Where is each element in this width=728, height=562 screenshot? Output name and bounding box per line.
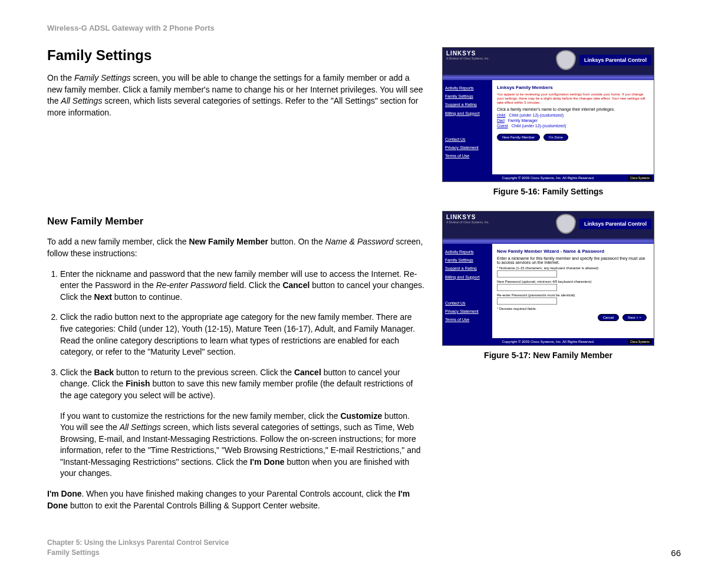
figure-5-16-caption: Figure 5-16: Family Settings — [442, 187, 654, 196]
intro-paragraph: On the Family Settings screen, you will … — [47, 72, 424, 118]
badge-text: Linksys Parental Control — [579, 55, 651, 65]
member-row: DadFamily Manager — [497, 118, 649, 123]
side-link-contact[interactable]: Contact Us — [445, 136, 490, 143]
nickname-input[interactable] — [497, 270, 557, 277]
reenter-label: Re-enter Password (passwords must be ide… — [497, 293, 649, 297]
panel-title: New Family Member Wizard - Name & Passwo… — [497, 249, 649, 254]
footer-bar: Copyright © 2003 Cisco Systems, Inc. All… — [443, 174, 654, 181]
side-link-contact[interactable]: Contact Us — [445, 300, 490, 306]
instruction-text: Enter a nickname for this family member … — [497, 256, 649, 265]
member-row: childChild (under 12)-(customized) — [497, 113, 649, 117]
step-1: Enter the nickname and password that the… — [60, 269, 424, 303]
text-column: Family Settings On the Family Settings s… — [47, 47, 424, 520]
shield-icon — [556, 214, 576, 234]
cisco-logo: Cisco Systems — [628, 339, 651, 344]
cancel-button[interactable]: Cancel — [598, 314, 620, 321]
instruction-text: Click a family member's name to change t… — [497, 107, 649, 111]
member-link[interactable]: child — [497, 113, 505, 117]
reenter-input[interactable] — [497, 297, 557, 305]
sidebar: Activity Reports Family Settings Suggest… — [443, 80, 492, 174]
panel-main: New Family Member Wizard - Name & Passwo… — [492, 244, 654, 338]
side-link-activity[interactable]: Activity Reports — [445, 249, 490, 255]
password-input[interactable] — [497, 284, 557, 291]
sub-heading: New Family Member — [47, 216, 424, 227]
sub-intro: To add a new family member, click the Ne… — [47, 236, 424, 259]
side-link-privacy[interactable]: Privacy Statement — [445, 308, 490, 315]
figure-5-16-screenshot: LINKSYS A Division of Cisco Systems, Inc… — [442, 47, 654, 182]
side-link-billing[interactable]: Billing and Support — [445, 110, 490, 117]
footer-section: Family Settings — [47, 548, 229, 558]
figure-5-17-screenshot: LINKSYS A Division of Cisco Systems, Inc… — [442, 211, 654, 346]
shield-icon — [556, 50, 576, 70]
steps-list: Enter the nickname and password that the… — [47, 269, 424, 480]
member-link[interactable]: Guest — [497, 124, 508, 128]
password-label: New Password (optional; minimum 4/5 keyb… — [497, 280, 649, 283]
side-link-billing[interactable]: Billing and Support — [445, 274, 490, 280]
im-done-paragraph: I'm Done. When you have finished making … — [47, 488, 424, 511]
next-button[interactable]: Next > > — [622, 314, 647, 321]
footer-chapter: Chapter 5: Using the Linksys Parental Co… — [47, 538, 229, 548]
badge-text: Linksys Parental Control — [579, 219, 651, 229]
step-3: Click the Back button to return to the p… — [60, 367, 424, 480]
side-link-activity[interactable]: Activity Reports — [445, 85, 490, 91]
panel-main: Linksys Family Members You appear to be … — [492, 80, 654, 174]
figure-column: LINKSYS A Division of Cisco Systems, Inc… — [442, 47, 654, 520]
page-title: Family Settings — [47, 47, 424, 64]
step-2: Click the radio button next to the appro… — [60, 312, 424, 358]
member-link[interactable]: Dad — [497, 118, 505, 123]
side-link-privacy[interactable]: Privacy Statement — [445, 144, 490, 151]
main-content: Family Settings On the Family Settings s… — [47, 47, 681, 520]
side-link-terms[interactable]: Terms of Use — [445, 153, 490, 159]
cisco-logo: Cisco Systems — [628, 176, 651, 180]
figure-5-17-caption: Figure 5-17: New Family Member — [442, 351, 654, 360]
nickname-label: Nickname (1-15 characters; any keyboard … — [499, 266, 598, 270]
page-number: 66 — [671, 548, 681, 558]
sidebar: Activity Reports Family Settings Suggest… — [443, 244, 492, 338]
member-row: GuestChild (under 12)-(customized) — [497, 124, 649, 128]
side-link-family[interactable]: Family Settings — [445, 93, 490, 100]
panel-title: Linksys Family Members — [497, 85, 649, 90]
side-link-family[interactable]: Family Settings — [445, 257, 490, 263]
product-header: Wireless-G ADSL Gateway with 2 Phone Por… — [47, 24, 681, 32]
side-link-suggest[interactable]: Suggest a Rating — [445, 265, 490, 272]
im-done-button[interactable]: I'm Done — [543, 134, 568, 141]
warning-text: You appear to be reviewing your configur… — [497, 92, 649, 105]
side-link-terms[interactable]: Terms of Use — [445, 316, 490, 323]
new-family-member-button[interactable]: New Family Member — [497, 134, 540, 141]
side-link-suggest[interactable]: Suggest a Rating — [445, 101, 490, 108]
page-footer: Chapter 5: Using the Linksys Parental Co… — [47, 538, 681, 558]
footer-bar: Copyright © 2003 Cisco Systems, Inc. All… — [443, 338, 654, 345]
required-note: Denotes required fields. — [499, 307, 536, 310]
